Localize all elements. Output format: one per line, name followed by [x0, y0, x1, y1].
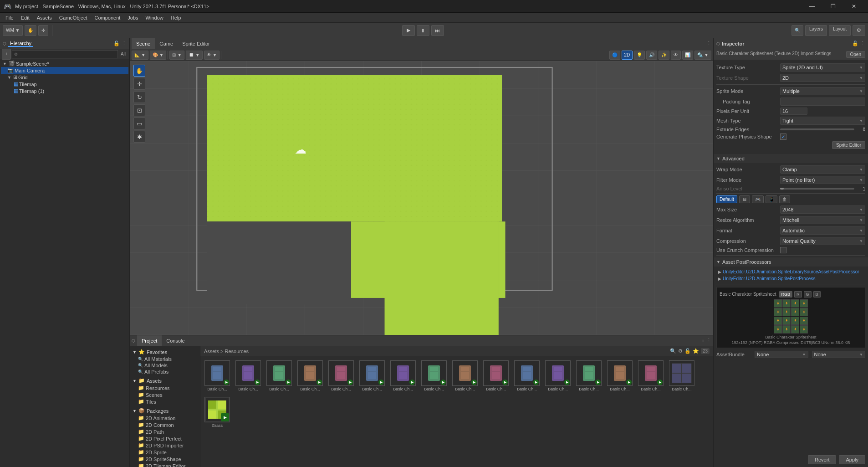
hierarchy-item-tilemap[interactable]: ▦ Tilemap [1, 81, 128, 87]
asset-item-10[interactable]: ▶ Basic Ch... [482, 359, 510, 393]
rect-tool-btn[interactable]: ▭ [133, 118, 145, 129]
assetbundle-dropdown[interactable]: None [755, 351, 808, 358]
asset-item-7[interactable]: ▶ Basic Ch... [389, 359, 417, 393]
aniso-slider-track[interactable] [780, 188, 854, 190]
sprite-editor-tab[interactable]: Sprite Editor [178, 38, 214, 49]
menu-window[interactable]: Window [142, 13, 167, 23]
settings-button[interactable]: ⚙ [853, 25, 865, 36]
inspector-tab[interactable]: Inspector [722, 41, 745, 46]
proj-star-btn[interactable]: ⭐ [693, 348, 699, 354]
asset-item-17[interactable]: ▶Grass [203, 395, 231, 429]
asset-item-8[interactable]: ▶ Basic Ch... [420, 359, 448, 393]
compression-dropdown[interactable]: Normal Quality [780, 237, 865, 245]
proj-item-allprefabs[interactable]: 🔍 All Prefabs [132, 369, 198, 375]
hand-tool[interactable]: ✋ [25, 25, 36, 36]
hierarchy-item-tilemap1[interactable]: ▦ Tilemap (1) [1, 87, 128, 94]
channel-b[interactable]: B [813, 291, 821, 298]
hierarchy-add[interactable]: + [2, 49, 11, 60]
bottom-options[interactable]: ⋮ [706, 338, 711, 344]
move-tool[interactable]: ✛ [38, 25, 48, 36]
layout-dropdown[interactable]: Layout [829, 25, 851, 36]
scene-gizmos-btn[interactable]: 👁 ▼ [204, 51, 220, 60]
sprite-mode-dropdown[interactable]: Multiple [780, 87, 865, 95]
assetvariant-dropdown[interactable]: None [812, 351, 866, 358]
scene-fx-btn[interactable]: ✨ [659, 51, 669, 60]
sprite-editor-button[interactable]: Sprite Editor [832, 141, 865, 149]
hierarchy-item-grid[interactable]: ▼ ⊞ Grid [1, 74, 128, 81]
gen-physics-checkbox[interactable] [780, 133, 786, 140]
channel-g[interactable]: G [804, 291, 812, 298]
asset-item-2[interactable]: ▶ Basic Ch... [234, 359, 262, 393]
hand-tool-btn[interactable]: ✋ [133, 65, 145, 77]
scene-hidden-btn[interactable]: 👁 [671, 51, 681, 60]
proj-item-2dcommon[interactable]: 📁 2D Common [132, 421, 198, 428]
step-button[interactable]: ⏭ [431, 25, 444, 36]
close-button[interactable]: ✕ [843, 0, 864, 13]
mesh-type-dropdown[interactable]: Tight [780, 117, 865, 125]
maximize-button[interactable]: ❐ [822, 0, 843, 13]
platform-console[interactable]: 🎮 [752, 195, 764, 203]
asset-item-14[interactable]: ▶ Basic Ch... [606, 359, 634, 393]
menu-jobs[interactable]: Jobs [124, 13, 142, 23]
pause-button[interactable]: ⏸ [417, 25, 429, 36]
menu-help[interactable]: Help [167, 13, 185, 23]
format-dropdown[interactable]: Automatic [780, 226, 865, 235]
ppu-input[interactable] [780, 108, 807, 115]
inspector-lock[interactable]: 🔓 [852, 41, 858, 46]
play-button[interactable]: ▶ [402, 25, 415, 36]
resize-algo-dropdown[interactable]: Mitchell [780, 216, 865, 224]
view-tab-options[interactable]: ⋮ [706, 41, 711, 46]
texture-shape-dropdown[interactable]: 2D [780, 74, 865, 82]
revert-button[interactable]: Revert [808, 455, 836, 464]
use-crunch-checkbox[interactable] [780, 247, 786, 253]
scene-persp-btn[interactable]: 🔵 [609, 51, 620, 60]
console-tab[interactable]: Console [162, 335, 189, 346]
scene-stats-btn[interactable]: 📊 [682, 51, 693, 60]
max-size-dropdown[interactable]: 2048 [780, 205, 865, 214]
bottom-add[interactable]: + [702, 338, 705, 344]
hierarchy-lock[interactable]: 🔓 [113, 41, 120, 46]
move-tool-btn[interactable]: ✛ [133, 78, 145, 90]
proj-item-2dpixel[interactable]: 📁 2D Pixel Perfect [132, 435, 198, 442]
proj-item-2danim[interactable]: 📁 2D Animation [132, 415, 198, 421]
asset-item-6[interactable]: ▶ Basic Ch... [358, 359, 386, 393]
channel-rgb[interactable]: RGB [779, 291, 793, 298]
proj-item-2dtilemap[interactable]: 📁 2D Tilemap Editor [132, 462, 198, 467]
open-button[interactable]: Open [846, 51, 865, 58]
packages-header[interactable]: ▼ 📦 Packages [132, 407, 198, 415]
proj-item-allmodels[interactable]: 🔍 All Models [132, 362, 198, 369]
layers-dropdown[interactable]: Layers [805, 25, 827, 36]
scene-audio-btn[interactable]: 🔊 [646, 51, 657, 60]
hierarchy-search-input[interactable] [18, 51, 116, 56]
minimize-button[interactable]: — [802, 0, 822, 13]
proj-item-2dpath[interactable]: 📁 2D Path [132, 428, 198, 435]
asset-item-16[interactable]: Basic Ch... [668, 359, 696, 393]
advanced-section-header[interactable]: ▼ Advanced [714, 154, 868, 163]
scene-control-dropdown[interactable]: 📐 ▼ [132, 51, 148, 60]
project-tab[interactable]: Project [137, 335, 162, 346]
asset-item-15[interactable]: ▶ Basic Ch... [637, 359, 665, 393]
proj-item-allmaterials[interactable]: 🔍 All Materials [132, 356, 198, 362]
apply-button[interactable]: Apply [839, 455, 865, 464]
menu-gameobject[interactable]: GameObject [56, 13, 91, 23]
wrap-mode-dropdown[interactable]: Clamp [780, 165, 865, 174]
hierarchy-tab[interactable]: Hierarchy [8, 41, 33, 47]
assets-header[interactable]: ▼ 📁 Assets [132, 377, 198, 385]
transform-tool-btn[interactable]: ✱ [133, 131, 145, 143]
proj-search-btn[interactable]: 🔍 [670, 348, 676, 354]
asset-item-12[interactable]: ▶ Basic Ch... [544, 359, 572, 393]
menu-file[interactable]: File [2, 13, 17, 23]
hierarchy-item-maincamera[interactable]: 📷 Main Camera [1, 67, 128, 74]
scene-shading-dropdown[interactable]: 🎨 ▼ [150, 51, 167, 60]
packing-tag-input[interactable] [780, 98, 865, 106]
favorites-header[interactable]: ▼ ⭐ Favorites [132, 348, 198, 356]
asset-item-13[interactable]: ▶ Basic Ch... [575, 359, 603, 393]
scene-gizmos2-btn[interactable]: 🔩 ▼ [694, 51, 711, 60]
hierarchy-item-samplescene[interactable]: ▼ 🎬 SampleScene* [1, 60, 128, 67]
menu-assets[interactable]: Assets [33, 13, 56, 23]
menu-edit[interactable]: Edit [17, 13, 33, 23]
postproc-item-1[interactable]: ▶ UnityEditor.U2D.Animation.SpriteLibrar… [716, 268, 865, 275]
scale-tool-btn[interactable]: ⊡ [133, 104, 145, 116]
asset-item-5[interactable]: ▶ Basic Ch... [327, 359, 355, 393]
proj-item-2dpsd[interactable]: 📁 2D PSD Importer [132, 442, 198, 449]
